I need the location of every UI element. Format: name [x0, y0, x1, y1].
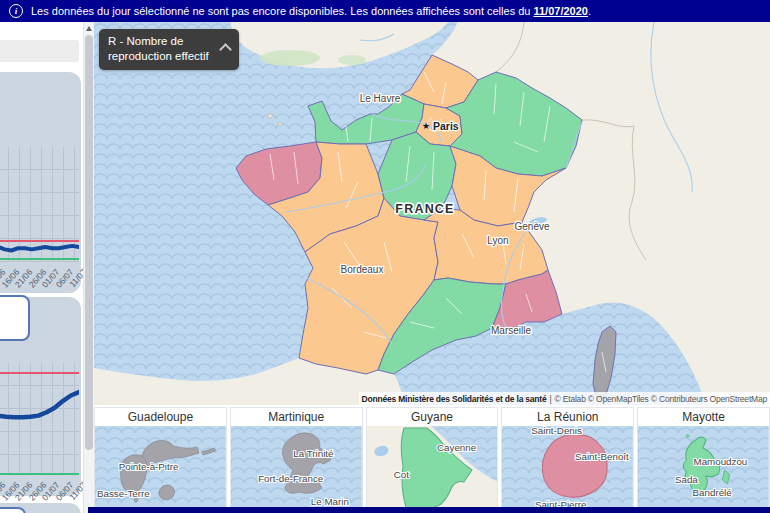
indicator-dropdown[interactable]: R - Nombre de reproduction effectif — [99, 29, 239, 70]
chart-3-tooltip-box — [0, 507, 26, 513]
england-forest-patch-2 — [338, 55, 366, 65]
notice-suffix: . — [588, 5, 591, 17]
map-label-le-havre: Le Havre — [360, 93, 401, 104]
chart-1-plot[interactable] — [0, 147, 79, 262]
info-icon: i — [9, 4, 23, 18]
map-label-lyon: Lyon — [487, 235, 508, 246]
island-la-reunion[interactable] — [543, 434, 608, 497]
place-label: Fort-de-France — [258, 473, 323, 484]
chart-card-2: 11/0616/0621/0626/0601/0706/0711/07 — [0, 297, 81, 496]
place-label: Cot — [393, 469, 409, 480]
overseas-panel-guadeloupe[interactable]: Guadeloupe Pointe-à-Pitre Basse-Terre — [94, 407, 227, 513]
map-attribution: Données Ministère des Solidarités et de … — [359, 392, 770, 405]
overseas-panel-mayotte[interactable]: Mayotte Mamoudzou Sada Bandrélé — [637, 407, 770, 513]
channel-island-2 — [278, 122, 282, 126]
place-label: Basse-Terre — [97, 488, 150, 499]
overseas-title: Martinique — [231, 408, 362, 426]
place-label: Bandrélé — [693, 487, 732, 498]
overseas-panel-guyane[interactable]: Guyane Cayenne Cot — [366, 407, 499, 513]
map-label-bordeaux: Bordeaux — [341, 264, 384, 275]
chart-1-x-axis-labels: 11/0616/0621/0626/0601/0706/0711/07 — [0, 264, 79, 290]
overseas-strip: Guadeloupe Pointe-à-Pitre Basse-Terre Ma… — [94, 405, 770, 513]
place-label: Pointe-à-Pitre — [119, 461, 179, 472]
channel-island-1 — [268, 114, 273, 119]
attribution-separator: | — [550, 394, 552, 404]
map-label-marseille: Marseille — [491, 325, 531, 336]
overseas-title: Mayotte — [638, 408, 769, 426]
map-label-france: FRANCE — [395, 202, 454, 216]
chevron-up-icon — [219, 43, 232, 56]
chart-2-r-curve — [0, 392, 79, 417]
left-panel-scrollbar — [83, 22, 94, 513]
left-chart-panel: 11/0616/0621/0626/0601/0706/0711/07 11/0… — [0, 22, 83, 513]
place-label: Le Marin — [311, 496, 349, 507]
overseas-panel-martinique[interactable]: Martinique La Trinité Fort-de-France Le … — [230, 407, 363, 513]
scroll-up-icon — [86, 26, 92, 31]
chart-1-r-curve — [0, 246, 79, 251]
attribution-source: Données Ministère des Solidarités et de … — [362, 394, 547, 404]
footer-top-bar — [88, 507, 770, 513]
notice-banner: i Les données du jour sélectionné ne son… — [0, 0, 770, 22]
place-label: Sada — [675, 474, 698, 485]
chart-card-3 — [0, 503, 81, 513]
paris-star-icon: ★ — [422, 121, 430, 131]
place-label: La Trinité — [293, 448, 333, 459]
map-canvas[interactable]: Le Havre ★ Paris FRANCE Lyon Genève Bord… — [94, 22, 770, 405]
map-label-geneve: Genève — [514, 221, 549, 232]
attribution-credits[interactable]: © Etalab © OpenMapTiles © Contributeurs … — [555, 394, 767, 404]
cropped-control — [0, 40, 79, 62]
indicator-dropdown-label: R - Nombre de reproduction effectif — [108, 35, 209, 62]
place-label: Saint-Denis — [532, 426, 583, 436]
dashboard-page: i Les données du jour sélectionné ne son… — [0, 0, 770, 513]
chart-2-tooltip-box — [0, 295, 30, 341]
overseas-title: Guadeloupe — [95, 408, 226, 426]
scrollbar-thumb[interactable] — [85, 35, 93, 450]
overseas-panel-la-reunion[interactable]: La Réunion Saint-Denis Saint-Benoît Sain… — [501, 407, 634, 513]
notice-prefix: Les données du jour sélectionné ne sont … — [31, 5, 533, 17]
overseas-title: Guyane — [367, 408, 498, 426]
notice-date-link[interactable]: 11/07/2020 — [533, 5, 587, 17]
chart-card-1: 11/0616/0621/0626/0601/0706/0711/07 — [0, 72, 81, 293]
scrollbar-up-button[interactable] — [84, 22, 94, 34]
place-label: Mamoudzou — [694, 456, 748, 467]
chart-2-x-axis-labels: 11/0616/0621/0626/0601/0706/0711/07 — [0, 477, 79, 503]
place-label: Saint-Benoît — [575, 451, 629, 462]
notice-text: Les données du jour sélectionné ne sont … — [31, 5, 591, 17]
map-label-paris: Paris — [433, 120, 459, 132]
chart-2-plot[interactable] — [0, 363, 79, 475]
islet — [686, 435, 689, 438]
place-label: Cayenne — [437, 442, 476, 453]
island-marie-galante[interactable] — [159, 485, 175, 500]
england-forest-patch — [260, 50, 320, 66]
overseas-title: La Réunion — [502, 408, 633, 426]
